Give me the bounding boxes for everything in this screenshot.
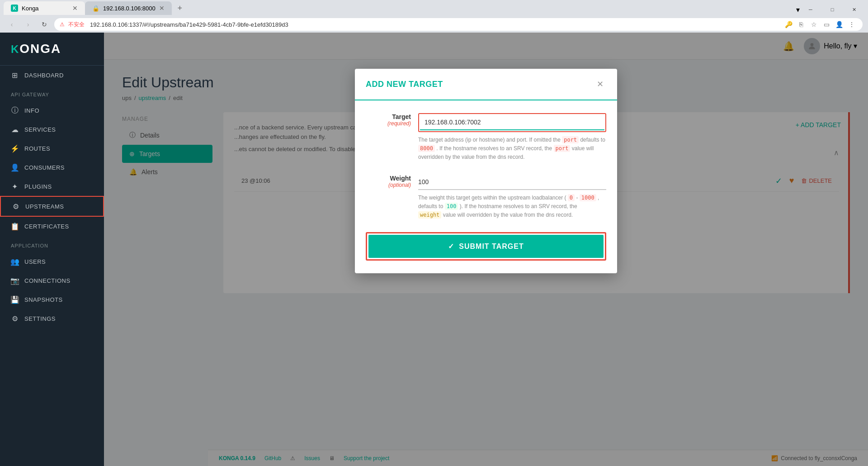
services-icon: ☁ [11,125,19,133]
submit-label: SUBMIT TARGET [459,243,524,251]
tab-title: Konga [22,5,39,12]
refresh-btn[interactable]: ↻ [38,18,51,31]
browser-tabs: K Konga ✕ 🔒 192.168.0.106:8000 ✕ + ▾ ─ □… [0,0,868,16]
weight-field-group: Weight (optional) The weight this target… [366,175,606,220]
logo-rest: ONGA [19,42,61,56]
sidebar-label-consumers: CONSUMERS [24,164,65,171]
forward-btn[interactable]: › [22,18,34,31]
key-icon[interactable]: 🔑 [783,19,794,30]
target-label-group: Target (required) [366,113,411,127]
logo-k: K [11,43,19,55]
target-input[interactable] [420,115,604,130]
sidebar-label-routes: ROUTES [24,145,50,152]
sidebar-label-connections: CONNECTIONS [24,277,71,284]
cast-icon[interactable]: ⎘ [796,19,807,30]
sidebar-item-certificates[interactable]: 📋 CERTIFICATES [0,217,104,236]
consumers-icon: 👤 [11,163,19,171]
security-icon: ⚠ [60,21,65,28]
close-window-btn[interactable]: ✕ [844,3,864,16]
target-input-wrapper [418,113,606,132]
users-icon: 👥 [11,257,19,266]
port-code-2: port [554,145,571,152]
modal-dialog: ADD NEW TARGET ✕ Target (required) [355,69,617,273]
weight-label: Weight [366,175,411,182]
target-sublabel: (required) [366,120,411,127]
port-default-code: 8000 [418,145,435,152]
sidebar-label-dashboard: DASHBOARD [24,72,64,79]
profile-icon[interactable]: 👤 [834,19,844,30]
sidebar-item-settings[interactable]: ⚙ SETTINGS [0,309,104,328]
bookmark-icon[interactable]: ☆ [808,19,819,30]
weight-max-code: 1000 [580,194,596,201]
target-help-text: The target address (ip or hostname) and … [418,136,606,162]
sidebar-item-info[interactable]: ⓘ INFO [0,101,104,120]
logo: KONGA [11,42,93,56]
target-field-group: Target (required) The target address (ip… [366,113,606,162]
info-icon: ⓘ [11,106,19,114]
menu-icon[interactable]: ⋮ [846,19,857,30]
modal-body: Target (required) The target address (ip… [355,100,617,273]
extensions-icon[interactable]: ▭ [821,19,832,30]
sidebar-item-snapshots[interactable]: 💾 SNAPSHOTS [0,290,104,309]
weight-min-code: 0 [568,194,575,201]
tab2-title: 192.168.0.106:8000 [103,5,156,12]
port-code-1: port [562,136,579,143]
sidebar-item-dashboard[interactable]: ⊞ DASHBOARD [0,66,104,85]
submit-target-button[interactable]: ✓ SUBMIT TARGET [368,235,604,258]
submit-checkmark-icon: ✓ [448,242,454,251]
browser-chrome: K Konga ✕ 🔒 192.168.0.106:8000 ✕ + ▾ ─ □… [0,0,868,33]
tab-close-btn[interactable]: ✕ [72,5,78,12]
minimize-btn[interactable]: ─ [800,3,821,16]
inactive-tab[interactable]: 🔒 192.168.0.106:8000 ✕ [85,1,172,15]
modal-overlay: ADD NEW TARGET ✕ Target (required) [104,33,868,466]
sidebar-label-settings: SETTINGS [24,315,56,322]
weight-field: The weight this target gets within the u… [418,175,606,220]
plugins-icon: ✦ [11,182,19,190]
modal-header: ADD NEW TARGET ✕ [355,69,617,100]
sidebar-logo: KONGA [0,33,104,66]
sidebar-section-api-gateway: API GATEWAY [0,85,104,101]
sidebar-label-info: INFO [24,107,39,114]
main-content: 🔔 Hello, fly ▾ Edit Upstream ups / upstr… [104,33,868,466]
connections-icon: 📷 [11,276,19,285]
sidebar-item-upstreams[interactable]: ⚙ UPSTREAMS [0,196,104,217]
target-label: Target [366,113,411,120]
settings-icon: ⚙ [11,314,19,323]
window-controls: ─ □ ✕ [800,3,864,16]
address-bar[interactable]: ⚠ 不安全 192.168.0.106:1337/#!/upstreams/ba… [54,18,863,31]
sidebar-label-plugins: PLUGINS [24,183,52,190]
sidebar-item-users[interactable]: 👥 USERS [0,252,104,271]
tab2-close-btn[interactable]: ✕ [159,5,165,12]
active-tab[interactable]: K Konga ✕ [4,1,85,15]
upstreams-icon: ⚙ [12,202,20,210]
maximize-btn[interactable]: □ [822,3,843,16]
sidebar-item-connections[interactable]: 📷 CONNECTIONS [0,271,104,290]
target-field: The target address (ip or hostname) and … [418,113,606,162]
sidebar-label-upstreams: UPSTREAMS [25,203,64,210]
submit-btn-wrapper: ✓ SUBMIT TARGET [366,232,606,261]
weight-help-text: The weight this target gets within the u… [418,194,606,220]
weight-default-code: 100 [445,203,458,210]
sidebar-item-routes[interactable]: ⚡ ROUTES [0,139,104,158]
weight-form-row: Weight (optional) The weight this target… [366,175,606,220]
snapshots-icon: 💾 [11,295,19,304]
sidebar-item-services[interactable]: ☁ SERVICES [0,120,104,139]
new-tab-btn[interactable]: + [174,2,186,14]
address-text: 192.168.0.106:1337/#!/upstreams/ba71e429… [90,21,779,28]
address-actions: 🔑 ⎘ ☆ ▭ 👤 ⋮ [783,19,857,30]
security-label: 不安全 [68,21,85,29]
app-layout: KONGA ⊞ DASHBOARD API GATEWAY ⓘ INFO ☁ S… [0,33,868,466]
back-btn[interactable]: ‹ [5,18,18,31]
weight-sublabel: (optional) [366,182,411,188]
address-bar-row: ‹ › ↻ ⚠ 不安全 192.168.0.106:1337/#!/upstre… [0,16,868,33]
routes-icon: ⚡ [11,144,19,152]
modal-close-btn[interactable]: ✕ [594,78,606,90]
sidebar-label-snapshots: SNAPSHOTS [24,296,63,303]
sidebar-item-consumers[interactable]: 👤 CONSUMERS [0,158,104,177]
target-form-row: Target (required) The target address (ip… [366,113,606,162]
weight-label-group: Weight (optional) [366,175,411,188]
sidebar-label-users: USERS [24,258,46,265]
sidebar-item-plugins[interactable]: ✦ PLUGINS [0,177,104,196]
weight-input[interactable] [418,175,606,190]
sidebar-label-certificates: CERTIFICATES [24,223,69,230]
